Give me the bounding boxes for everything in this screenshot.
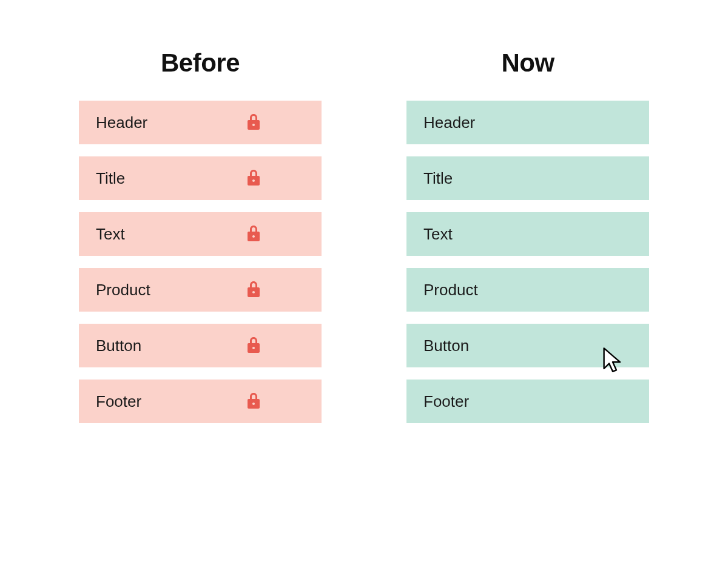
before-item-list: Header Title Text Product bbox=[79, 101, 322, 423]
block-label: Footer bbox=[423, 392, 469, 411]
block-title[interactable]: Title bbox=[406, 156, 649, 200]
block-product[interactable]: Product bbox=[406, 268, 649, 312]
block-button[interactable]: Button bbox=[406, 324, 649, 367]
block-label: Button bbox=[423, 336, 469, 355]
block-label: Product bbox=[423, 281, 478, 299]
block-footer[interactable]: Footer bbox=[406, 380, 649, 423]
block-label: Text bbox=[423, 225, 453, 244]
lock-icon bbox=[246, 226, 261, 242]
comparison-container: Before Header Title Text bbox=[79, 48, 649, 423]
block-product-locked: Product bbox=[79, 268, 322, 312]
lock-icon bbox=[246, 114, 261, 131]
block-label: Title bbox=[96, 169, 125, 188]
block-label: Header bbox=[96, 113, 147, 132]
block-header-locked: Header bbox=[79, 101, 322, 144]
block-title-locked: Title bbox=[79, 156, 322, 200]
block-button-locked: Button bbox=[79, 324, 322, 367]
block-footer-locked: Footer bbox=[79, 380, 322, 423]
before-title: Before bbox=[161, 48, 240, 78]
lock-icon bbox=[246, 337, 261, 354]
block-header[interactable]: Header bbox=[406, 101, 649, 144]
block-label: Footer bbox=[96, 392, 141, 411]
before-column: Before Header Title Text bbox=[79, 48, 322, 423]
block-label: Title bbox=[423, 169, 453, 188]
now-title: Now bbox=[501, 48, 554, 78]
now-column: Now Header Title Text Product Button bbox=[406, 48, 649, 423]
block-label: Button bbox=[96, 336, 141, 355]
block-label: Text bbox=[96, 225, 125, 244]
lock-icon bbox=[246, 170, 261, 187]
lock-icon bbox=[246, 281, 261, 298]
block-text-locked: Text bbox=[79, 212, 322, 256]
now-item-list: Header Title Text Product Button bbox=[406, 101, 649, 423]
block-label: Product bbox=[96, 281, 150, 299]
block-label: Header bbox=[423, 113, 475, 132]
cursor-icon bbox=[601, 347, 625, 376]
lock-icon bbox=[246, 393, 261, 410]
block-text[interactable]: Text bbox=[406, 212, 649, 256]
